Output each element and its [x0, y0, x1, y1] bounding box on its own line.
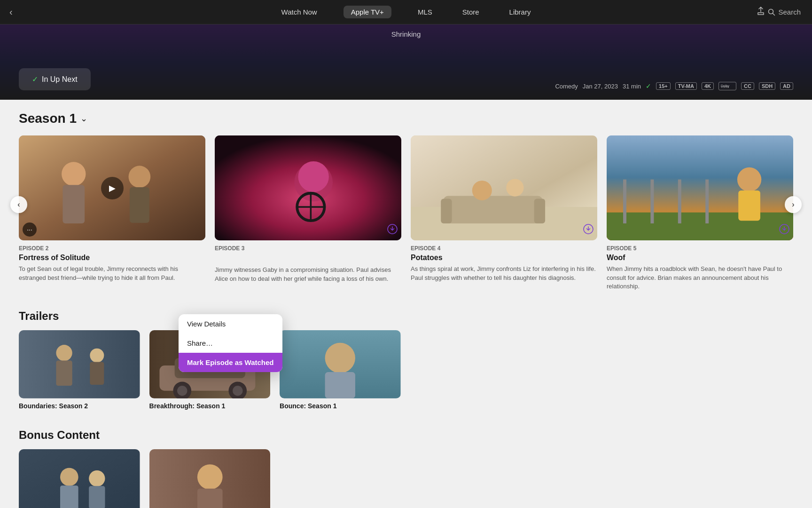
ad-badge: AD — [780, 82, 793, 90]
trailer-scene-3 — [280, 330, 401, 398]
episode-scene-3 — [215, 135, 401, 240]
trailer-card-3[interactable]: Bounce: Season 1 — [280, 330, 401, 410]
svg-rect-57 — [197, 488, 222, 508]
svg-rect-52 — [60, 485, 78, 508]
episodes-container: ‹ — [19, 135, 793, 291]
svg-rect-19 — [441, 198, 452, 223]
episode-thumb-5 — [607, 135, 793, 240]
season-chevron-icon[interactable]: ⌄ — [80, 113, 87, 124]
svg-rect-49 — [325, 372, 355, 398]
episode-desc-3: Jimmy witnesses Gaby in a compromising s… — [215, 266, 401, 283]
trailer-title-1: Boundaries: Season 2 — [19, 402, 140, 410]
trailer-title-3: Bounce: Season 1 — [280, 402, 401, 410]
trailers-section: Trailers — [19, 310, 793, 410]
trailer-title-2: Breakthrough: Season 1 — [149, 402, 271, 410]
episodes-next-button[interactable]: › — [785, 196, 802, 213]
episode-desc-2: To get Sean out of legal trouble, Jimmy … — [19, 265, 205, 282]
svg-rect-27 — [650, 180, 654, 223]
episode-number-5: EPISODE 5 — [607, 245, 793, 252]
episode-card-2[interactable]: ▶ ··· EPISODE 2 Fortress of Solitude To … — [19, 135, 205, 291]
bonus-card-2[interactable] — [149, 449, 271, 508]
trailer-thumb-3 — [280, 330, 401, 398]
svg-rect-29 — [705, 180, 709, 223]
episodes-scroll: ▶ ··· EPISODE 2 Fortress of Solitude To … — [19, 135, 793, 291]
show-title: Shrinking — [391, 30, 421, 38]
check-icon: ✓ — [32, 75, 38, 84]
main-content: Season 1 ⌄ ‹ — [0, 100, 812, 508]
svg-point-51 — [60, 468, 78, 486]
date: Jan 27, 2023 — [583, 83, 618, 90]
top-navigation: ‹ Watch Now Apple TV+ MLS Store Library … — [0, 0, 812, 24]
hero-banner: Shrinking ✓ In Up Next Comedy Jan 27, 20… — [0, 24, 812, 100]
download-icon-3[interactable] — [387, 224, 398, 237]
svg-rect-31 — [738, 190, 760, 221]
trailers-title: Trailers — [19, 310, 793, 323]
search-icon — [768, 8, 775, 16]
episode-card-5[interactable]: EPISODE 5 Woof When Jimmy hits a roadblo… — [607, 135, 793, 291]
bonus-card-1[interactable] — [19, 449, 140, 508]
svg-point-7 — [129, 166, 151, 188]
bonus-scene-1 — [19, 449, 140, 508]
trailer-thumb-1 — [19, 330, 140, 398]
sdh-badge: SDH — [759, 82, 775, 90]
episode-number-4: EPISODE 4 — [411, 245, 597, 252]
bonus-title: Bonus Content — [19, 429, 793, 442]
svg-line-1 — [773, 13, 775, 15]
svg-rect-54 — [89, 486, 105, 508]
cc-badge: CC — [741, 82, 754, 90]
svg-point-5 — [62, 162, 86, 186]
verified-icon: ✓ — [646, 82, 651, 90]
search-label: Search — [778, 8, 801, 16]
nav-items: Watch Now Apple TV+ MLS Store Library — [278, 6, 535, 18]
nav-store[interactable]: Store — [459, 6, 483, 18]
context-view-details[interactable]: View Details — [179, 314, 282, 333]
up-next-label: In Up Next — [42, 75, 78, 84]
nav-apple-tv[interactable]: Apple TV+ — [344, 6, 391, 18]
svg-point-11 — [298, 161, 328, 192]
svg-point-22 — [506, 179, 523, 196]
svg-point-30 — [737, 167, 761, 191]
svg-point-53 — [89, 470, 105, 486]
context-share[interactable]: Share… — [179, 333, 282, 353]
nav-library[interactable]: Library — [506, 6, 535, 18]
episode-title-2: Fortress of Solitude — [19, 254, 205, 262]
episode-card-3[interactable]: EPISODE 3 Jimmy witnesses Gaby in a comp… — [215, 135, 401, 291]
episodes-prev-button[interactable]: ‹ — [10, 196, 27, 213]
svg-rect-28 — [678, 180, 681, 223]
episode-card-4[interactable]: EPISODE 4 Potatoes As things spiral at w… — [411, 135, 597, 291]
search-button[interactable]: Search — [768, 8, 801, 16]
share-icon — [757, 7, 765, 15]
episode-title-4: Potatoes — [411, 254, 597, 262]
nav-mls[interactable]: MLS — [414, 6, 436, 18]
trailers-grid: Boundaries: Season 2 — [19, 330, 793, 410]
svg-rect-8 — [130, 187, 149, 223]
quality-badge: 4K — [702, 82, 714, 90]
episode-number-2: EPISODE 2 — [19, 245, 205, 252]
episode-thumb-4 — [411, 135, 597, 240]
season-selector: Season 1 ⌄ — [19, 111, 793, 126]
context-menu: View Details Share… Mark Episode as Watc… — [179, 314, 282, 372]
svg-point-36 — [90, 349, 104, 363]
episode-desc-5: When Jimmy hits a roadblock with Sean, h… — [607, 265, 793, 291]
bonus-thumb-2 — [149, 449, 271, 508]
trailer-card-1[interactable]: Boundaries: Season 2 — [19, 330, 140, 410]
episode-thumb-3 — [215, 135, 401, 240]
genre: Comedy — [555, 83, 578, 90]
age-rating-badge: 15+ — [656, 82, 671, 90]
bonus-thumb-1 — [19, 449, 140, 508]
context-mark-watched[interactable]: Mark Episode as Watched — [179, 353, 282, 372]
duration: 31 min — [623, 83, 641, 90]
play-button-2[interactable]: ▶ — [101, 177, 124, 199]
dolby-vision-icon: Dolby VISION — [721, 83, 734, 88]
share-button[interactable] — [757, 7, 765, 17]
bonus-scene-2 — [149, 449, 271, 508]
show-title-bar: Shrinking — [0, 24, 812, 43]
nav-watch-now[interactable]: Watch Now — [278, 6, 321, 18]
episode-scene-4 — [411, 135, 597, 240]
download-icon-4[interactable] — [583, 224, 593, 237]
up-next-button[interactable]: ✓ In Up Next — [19, 68, 91, 90]
episode-scene-5 — [607, 135, 793, 240]
download-icon-5[interactable] — [779, 224, 789, 237]
season-label[interactable]: Season 1 — [19, 111, 77, 126]
back-button[interactable]: ‹ — [9, 7, 13, 17]
